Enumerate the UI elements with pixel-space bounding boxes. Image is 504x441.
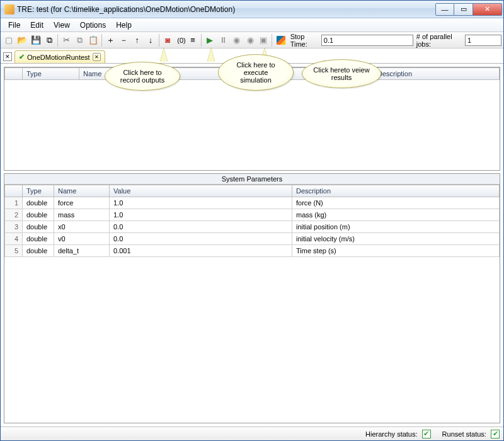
- app-window: TRE: test (for C:\timelike_applications\…: [0, 0, 504, 441]
- menu-file[interactable]: File: [3, 20, 25, 31]
- callout-results: Click hereto veiew results: [302, 59, 381, 88]
- matlab-icon[interactable]: [274, 33, 287, 47]
- cell-value[interactable]: 0.001: [110, 245, 292, 257]
- callout-execute: Click here to execute simulation: [218, 54, 294, 91]
- save-icon[interactable]: 💾: [30, 33, 42, 47]
- cell-desc[interactable]: Time step (s): [292, 245, 500, 257]
- run-icon[interactable]: ▶: [203, 33, 216, 47]
- new-icon[interactable]: ▢: [3, 33, 15, 47]
- remove-icon[interactable]: －: [117, 33, 130, 47]
- cell-name[interactable]: mass: [54, 209, 110, 221]
- cell-desc[interactable]: initial velocity (m/s): [292, 233, 500, 245]
- abort-icon[interactable]: ▣: [257, 33, 270, 47]
- minimize-button[interactable]: —: [435, 3, 454, 16]
- menu-edit[interactable]: Edit: [25, 20, 49, 31]
- down-icon[interactable]: ↓: [144, 33, 157, 47]
- cell-value[interactable]: 1.0: [110, 209, 292, 221]
- cell-name[interactable]: x0: [54, 221, 110, 233]
- sp-col-desc[interactable]: Description: [292, 185, 500, 197]
- cell-desc[interactable]: initial position (m): [292, 221, 500, 233]
- stop-time-label: Stop Time:: [290, 33, 321, 48]
- menu-options[interactable]: Options: [75, 20, 111, 31]
- stop-icon[interactable]: ◉: [244, 33, 256, 47]
- maximize-button[interactable]: ▭: [454, 3, 473, 16]
- cell-desc[interactable]: force (N): [292, 197, 500, 209]
- row-number: 3: [5, 221, 23, 233]
- cell-type[interactable]: double: [23, 197, 54, 209]
- cell-desc[interactable]: mass (kg): [292, 209, 500, 221]
- stop-time-input[interactable]: [321, 35, 413, 46]
- content-area: Type Name Value Description System Param…: [1, 64, 503, 427]
- row-number: 4: [5, 233, 23, 245]
- paste-icon[interactable]: 📋: [87, 33, 100, 47]
- cell-type[interactable]: double: [23, 209, 54, 221]
- cut-icon[interactable]: ✂: [60, 33, 72, 47]
- window-title: TRE: test (for C:\timelike_applications\…: [17, 5, 435, 14]
- hierarchy-status-label: Hierarchy status:: [365, 430, 418, 437]
- table-row[interactable]: 2doublemass1.0mass (kg): [5, 209, 500, 221]
- runset-status-label: Runset status:: [442, 430, 486, 437]
- cell-value[interactable]: 0.0: [110, 233, 292, 245]
- col-desc[interactable]: Description: [374, 68, 500, 80]
- system-params-title: System Parameters: [4, 174, 500, 185]
- callout-execute-tail: [207, 48, 215, 62]
- cell-value[interactable]: 1.0: [110, 197, 292, 209]
- callout-record: Click here to record outputs: [105, 62, 180, 91]
- sp-col-value[interactable]: Value: [110, 185, 292, 197]
- table-row[interactable]: 3doublex00.0initial position (m): [5, 221, 500, 233]
- toolbar: ▢ 📂 💾 ⧉ ✂ ⧉ 📋 ＋ － ↑ ↓ ◙ (0) ≡ ▶ ⏸ ◉ ◉ ▣ …: [1, 32, 503, 49]
- hierarchy-status-icon: ✔: [422, 430, 431, 438]
- table-row[interactable]: 5doubledelta_t0.001Time step (s): [5, 245, 500, 257]
- callout-record-tail: [160, 48, 168, 62]
- add-icon[interactable]: ＋: [104, 33, 117, 47]
- cell-name[interactable]: v0: [54, 233, 110, 245]
- table-row[interactable]: 1doubleforce1.0force (N): [5, 197, 500, 209]
- cell-value[interactable]: 0.0: [110, 221, 292, 233]
- row-number: 5: [5, 245, 23, 257]
- pause-icon[interactable]: ⏸: [217, 33, 229, 47]
- check-icon: ✔: [19, 53, 25, 61]
- cell-type[interactable]: double: [23, 233, 54, 245]
- system-params-panel: System Parameters Type Name Value Descri…: [4, 173, 500, 423]
- parallel-jobs-label: # of parallel jobs:: [416, 33, 464, 48]
- list-icon[interactable]: ≡: [186, 33, 199, 47]
- col-type[interactable]: Type: [23, 68, 79, 80]
- row-number: 2: [5, 209, 23, 221]
- titlebar: TRE: test (for C:\timelike_applications\…: [1, 1, 503, 18]
- tab-runtest[interactable]: ✔ OneDMotionRuntest ✕: [14, 50, 105, 63]
- app-icon: [4, 4, 14, 14]
- menu-help[interactable]: Help: [111, 20, 137, 31]
- close-all-tabs-button[interactable]: ✕: [3, 52, 12, 61]
- menu-view[interactable]: View: [49, 20, 75, 31]
- up-icon[interactable]: ↑: [131, 33, 144, 47]
- save-all-icon[interactable]: ⧉: [43, 33, 55, 47]
- sp-col-type[interactable]: Type: [23, 185, 54, 197]
- runset-status-icon: ✔: [491, 430, 500, 438]
- step-icon[interactable]: ◉: [231, 33, 243, 47]
- menubar: File Edit View Options Help: [1, 18, 503, 32]
- row-number: 1: [5, 197, 23, 209]
- cell-type[interactable]: double: [23, 221, 54, 233]
- cell-name[interactable]: delta_t: [54, 245, 110, 257]
- copy-icon[interactable]: ⧉: [73, 33, 86, 47]
- cell-name[interactable]: force: [54, 197, 110, 209]
- tab-close-icon[interactable]: ✕: [93, 53, 101, 61]
- record-count: (0): [177, 37, 185, 44]
- parallel-jobs-input[interactable]: [465, 35, 501, 46]
- system-params-table[interactable]: Type Name Value Description 1doubleforce…: [4, 185, 500, 257]
- table-row[interactable]: 4doublev00.0initial velocity (m/s): [5, 233, 500, 245]
- tab-label: OneDMotionRuntest: [27, 54, 90, 61]
- cell-type[interactable]: double: [23, 245, 54, 257]
- record-outputs-icon[interactable]: ◙: [161, 33, 174, 47]
- open-icon[interactable]: 📂: [16, 33, 28, 47]
- statusbar: Hierarchy status: ✔ Runset status: ✔: [1, 427, 503, 440]
- sp-col-name[interactable]: Name: [54, 185, 110, 197]
- close-button[interactable]: ✕: [473, 3, 502, 16]
